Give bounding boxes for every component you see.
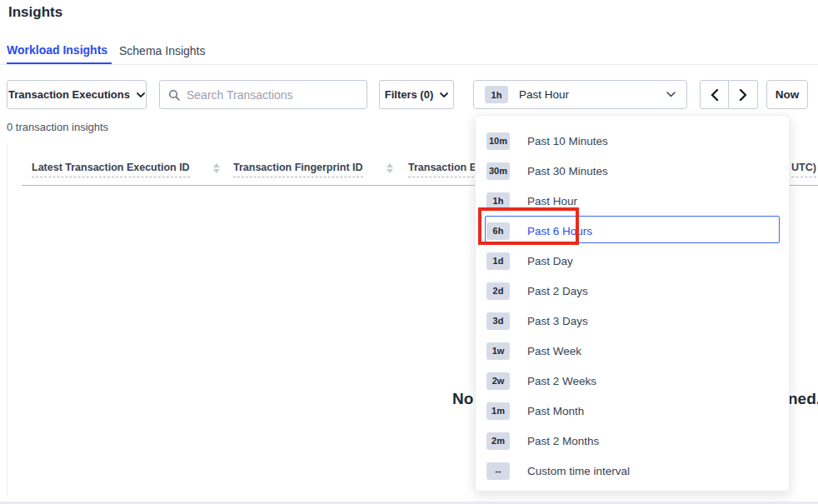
tab-schema-insights[interactable]: Schema Insights — [119, 37, 206, 64]
time-interval-option-label: Past Hour — [527, 195, 577, 207]
time-interval-option[interactable]: 2m Past 2 Months — [476, 426, 789, 456]
time-interval-option-badge: 2d — [486, 282, 510, 300]
time-step-buttons — [700, 80, 758, 109]
column-header-transaction-execution[interactable]: Transaction Ex — [408, 162, 482, 177]
time-interval-option-label: Past Month — [527, 405, 584, 417]
time-interval-option[interactable]: 10m Past 10 Minutes — [476, 126, 789, 156]
time-interval-option[interactable]: 1h Past Hour — [476, 186, 789, 216]
tab-workload-insights[interactable]: Workload Insights — [7, 37, 112, 64]
column-header-label: Transaction Fingerprint ID — [233, 162, 363, 177]
time-interval-option[interactable]: 6h Past 6 Hours — [476, 216, 789, 246]
column-header-label: Transaction Ex — [408, 162, 482, 177]
transaction-type-label: Transaction Executions — [8, 88, 130, 101]
time-interval-option[interactable]: 30m Past 30 Minutes — [476, 156, 789, 186]
time-interval-option-label: Past Day — [527, 255, 573, 267]
time-interval-option-badge: 1d — [486, 252, 510, 270]
time-interval-option-label: Past 2 Months — [527, 435, 599, 447]
previous-interval-button[interactable] — [700, 80, 729, 109]
time-interval-option[interactable]: -- Custom time interval — [476, 456, 789, 486]
column-header-latest-transaction-execution-id[interactable]: Latest Transaction Execution ID — [32, 162, 220, 177]
time-interval-option-label: Past 6 Hours — [527, 225, 592, 237]
now-button[interactable]: Now — [766, 80, 808, 109]
search-icon — [168, 89, 180, 101]
empty-state-message-fragment: ned. — [788, 390, 818, 408]
time-interval-badge: 1h — [485, 86, 508, 103]
time-interval-option-label: Past 30 Minutes — [527, 165, 608, 177]
sort-icon[interactable] — [387, 163, 393, 173]
time-interval-option-badge: 10m — [486, 132, 510, 150]
column-header-utc[interactable]: UTC) — [791, 162, 816, 177]
sort-icon[interactable] — [213, 163, 220, 173]
time-interval-option[interactable]: 1d Past Day — [476, 246, 789, 276]
time-interval-option-label: Past 2 Days — [527, 285, 588, 297]
column-header-transaction-fingerprint-id[interactable]: Transaction Fingerprint ID — [233, 162, 393, 177]
time-interval-option-badge: 1m — [486, 402, 510, 420]
column-header-label: UTC) — [791, 162, 816, 177]
chevron-down-icon — [666, 92, 676, 97]
time-interval-option[interactable]: 2w Past 2 Weeks — [476, 366, 789, 396]
chevron-left-icon — [711, 89, 719, 101]
tab-bar: Workload Insights Schema Insights — [0, 33, 818, 65]
time-interval-option-badge: 30m — [486, 162, 510, 180]
time-interval-option-badge: 6h — [486, 222, 510, 240]
time-interval-option[interactable]: 1m Past Month — [476, 396, 789, 426]
time-interval-option-label: Past Week — [527, 345, 581, 357]
next-interval-button[interactable] — [729, 80, 758, 109]
time-interval-option-badge: 2w — [486, 372, 510, 390]
column-header-label: Latest Transaction Execution ID — [32, 162, 190, 177]
search-box — [159, 80, 367, 109]
time-interval-dropdown-menu: 10m Past 10 Minutes 30m Past 30 Minutes … — [475, 115, 790, 492]
time-interval-option-badge: 2m — [486, 432, 510, 450]
chevron-down-icon — [440, 92, 448, 97]
transaction-type-dropdown[interactable]: Transaction Executions — [7, 80, 147, 109]
time-interval-option[interactable]: 1w Past Week — [476, 336, 789, 366]
chevron-down-icon — [137, 92, 145, 97]
time-interval-option[interactable]: 2d Past 2 Days — [476, 276, 789, 306]
time-interval-option-label: Past 10 Minutes — [527, 135, 608, 147]
time-interval-option-label: Past 2 Weeks — [527, 375, 596, 387]
filters-button[interactable]: Filters (0) — [379, 80, 454, 109]
search-input[interactable] — [187, 88, 358, 102]
time-interval-option-badge: 1h — [486, 192, 510, 210]
time-interval-option-label: Past 3 Days — [527, 315, 588, 327]
time-interval-option-badge: -- — [486, 462, 510, 480]
time-interval-option-badge: 1w — [486, 342, 510, 360]
insights-count: 0 transaction insights — [7, 121, 108, 133]
chevron-right-icon — [739, 89, 747, 101]
time-interval-option[interactable]: 3d Past 3 Days — [476, 306, 789, 336]
time-interval-label: Past Hour — [519, 88, 666, 101]
time-interval-option-label: Custom time interval — [527, 465, 630, 477]
time-interval-select[interactable]: 1h Past Hour — [473, 80, 687, 109]
time-interval-option-badge: 3d — [486, 312, 510, 330]
filters-label: Filters (0) — [385, 88, 434, 101]
page-title: Insights — [8, 4, 62, 21]
